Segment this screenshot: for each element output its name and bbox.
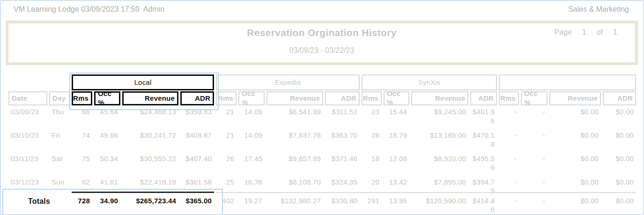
totals-cell: $120,590.00 xyxy=(411,193,468,215)
report-table: LocalExpediaSynXisDateDayRmsOcc %Revenue… xyxy=(8,74,638,215)
page-total: 1 xyxy=(613,28,617,37)
table-cell: 28 xyxy=(362,130,382,152)
column-header-synxis-occ[interactable]: Occ % xyxy=(384,91,409,105)
table-cell: 26 xyxy=(216,153,237,176)
report-header-box: Page 1 of 1 Reservation Orgination Histo… xyxy=(6,21,638,65)
table-cell: $0.00 xyxy=(603,177,636,193)
totals-cell: $330.80 xyxy=(325,193,360,215)
table-cell: $13,165.00 xyxy=(411,130,468,152)
table-cell: $6,541.99 xyxy=(266,106,323,129)
report-page: VM Learning Lodge 03/09/2023 17:59 Admin… xyxy=(0,0,644,215)
totals-cell: 728 xyxy=(72,193,92,215)
totals-cell: $365.00 xyxy=(180,193,214,215)
group-header-blank[interactable] xyxy=(499,74,636,90)
column-header-expedia-occ[interactable]: Occ % xyxy=(238,91,265,105)
column-header-blank-rms[interactable]: Rms xyxy=(499,91,519,105)
table-cell: $0.00 xyxy=(603,106,636,129)
totals-cell: $0.00 xyxy=(549,193,601,215)
column-header-local-occ[interactable]: Occ % xyxy=(94,91,120,105)
column-header-local-rms[interactable]: Rms xyxy=(72,91,92,105)
table-cell: 50.34 xyxy=(94,153,120,176)
table-cell: $470.18 xyxy=(470,130,497,152)
page-number: 1 xyxy=(582,28,586,37)
column-header-local-adr[interactable]: ADR xyxy=(180,91,214,105)
table-cell: 14.09 xyxy=(238,106,265,129)
column-header-expedia-revenue[interactable]: Revenue xyxy=(266,91,323,105)
table-cell: $30,241.72 xyxy=(122,130,178,152)
cell-day: Fri xyxy=(49,130,70,152)
table-cell: 21 xyxy=(216,130,237,152)
table-cell: - xyxy=(499,106,519,129)
table-cell: 12.08 xyxy=(384,153,409,176)
table-cell: - xyxy=(521,177,548,193)
column-header-date[interactable]: Date xyxy=(8,91,47,105)
column-header-synxis-revenue[interactable]: Revenue xyxy=(411,91,468,105)
totals-cell: - xyxy=(521,193,548,215)
group-header-expedia[interactable]: Expedia xyxy=(216,74,360,90)
report-title: Reservation Orgination History xyxy=(8,27,635,38)
column-header-synxis-adr[interactable]: ADR xyxy=(470,91,497,105)
table-cell: 45.64 xyxy=(94,106,120,129)
page-of-label: of xyxy=(597,28,603,37)
page-label: Page xyxy=(554,28,571,37)
table-cell: $30,555.22 xyxy=(122,153,178,176)
table-cell: $371.46 xyxy=(325,153,360,176)
column-header-blank-adr[interactable]: ADR xyxy=(603,91,636,105)
table-cell: $361.58 xyxy=(180,177,214,193)
table-cell: $408.67 xyxy=(180,130,214,152)
table-cell: $0.00 xyxy=(549,153,601,176)
department-label: Sales & Marketing xyxy=(568,5,629,14)
table-cell: - xyxy=(499,130,519,152)
table-cell: $7,895.00 xyxy=(411,177,468,193)
table-cell: 18.79 xyxy=(384,130,409,152)
totals-cell: 19.27 xyxy=(238,193,265,215)
table-cell: $9,657.89 xyxy=(266,153,323,176)
totals-rule-other xyxy=(216,192,636,193)
table-cell: $363.70 xyxy=(325,130,360,152)
column-header-expedia-rms[interactable]: Rms xyxy=(216,91,237,105)
table-cell: - xyxy=(521,153,548,176)
table-cell: $0.00 xyxy=(549,106,601,129)
totals-cell: 34.90 xyxy=(94,193,120,215)
column-header-blank-occ[interactable]: Occ % xyxy=(521,91,548,105)
report-date-range: 03/09/23 - 03/22/23 xyxy=(8,46,635,55)
cell-date: 03/10/23 xyxy=(8,130,47,152)
table-cell: 41.61 xyxy=(94,177,120,193)
group-header-synxis[interactable]: SynXis xyxy=(362,74,497,90)
column-header-blank-revenue[interactable]: Revenue xyxy=(549,91,601,105)
totals-cell: $132,980.27 xyxy=(266,193,323,215)
table-cell: - xyxy=(521,106,548,129)
column-header-expedia-adr[interactable]: ADR xyxy=(325,91,360,105)
page-indicator: Page 1 of 1 xyxy=(554,28,617,37)
cell-day: Sat xyxy=(49,153,70,176)
table-cell: $0.00 xyxy=(603,153,636,176)
table-cell: 75 xyxy=(72,153,92,176)
table-cell: $0.00 xyxy=(549,177,601,193)
column-header-local-revenue[interactable]: Revenue xyxy=(122,91,178,105)
column-header-synxis-rms[interactable]: Rms xyxy=(362,91,382,105)
report-table-grid: LocalExpediaSynXisDateDayRmsOcc %Revenue… xyxy=(8,74,638,215)
cell-date: 03/12/23 xyxy=(8,177,47,193)
cell-day: Sun xyxy=(49,177,70,193)
table-cell: 17.45 xyxy=(238,153,265,176)
table-cell: 14.09 xyxy=(238,130,265,152)
totals-cell: $0.00 xyxy=(603,193,636,215)
totals-cell: 402 xyxy=(216,193,237,215)
cell-date: 03/11/23 xyxy=(8,153,47,176)
table-cell: $324.35 xyxy=(325,177,360,193)
table-cell: $24,468.13 xyxy=(122,106,178,129)
column-header-day[interactable]: Day xyxy=(49,91,70,105)
totals-cell: - xyxy=(499,193,519,215)
totals-cell: 13.95 xyxy=(384,193,409,215)
table-cell: 23 xyxy=(362,106,382,129)
table-cell: - xyxy=(521,130,548,152)
property-and-timestamp: VM Learning Lodge 03/09/2023 17:59 Admin xyxy=(14,5,164,14)
table-cell: 74 xyxy=(72,130,92,152)
table-cell: 25 xyxy=(216,177,237,193)
table-cell: 20 xyxy=(362,177,382,193)
totals-cell: 291 xyxy=(362,193,382,215)
group-header-local[interactable]: Local xyxy=(72,74,214,90)
table-cell: $0.00 xyxy=(603,130,636,152)
table-cell: $401.96 xyxy=(470,106,497,129)
table-cell: 15.44 xyxy=(384,106,409,129)
